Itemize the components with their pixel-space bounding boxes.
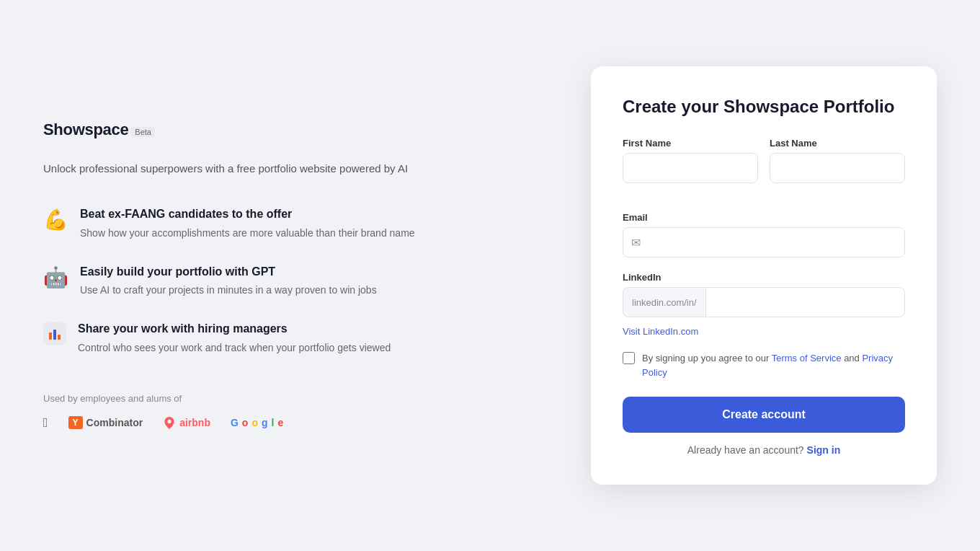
- feature-content-3: Share your work with hiring managers Con…: [78, 321, 391, 355]
- terms-of-service-link[interactable]: Terms of Service: [772, 353, 842, 363]
- form-card: Create your Showspace Portfolio First Na…: [591, 66, 937, 485]
- linkedin-visit-link[interactable]: Visit LinkedIn.com: [623, 326, 905, 337]
- feature-content-2: Easily build your portfolio with GPT Use…: [80, 264, 377, 298]
- terms-label: By signing up you agree to our Terms of …: [642, 351, 905, 379]
- feature-item-2: 🤖 Easily build your portfolio with GPT U…: [43, 264, 548, 298]
- feature-icon-3: [43, 322, 66, 345]
- beta-badge: Beta: [131, 127, 155, 137]
- apple-icon: : [43, 415, 48, 431]
- features-list: 💪 Beat ex-FAANG candidates to the offer …: [43, 206, 548, 355]
- feature-desc-2: Use AI to craft your projects in minutes…: [80, 283, 377, 298]
- logo-area: ShowspaceBeta: [43, 120, 548, 139]
- email-input[interactable]: [623, 227, 905, 257]
- last-name-input[interactable]: [770, 153, 905, 183]
- feature-title-1: Beat ex-FAANG candidates to the offer: [80, 206, 415, 222]
- feature-desc-1: Show how your accomplishments are more v…: [80, 226, 415, 241]
- linkedin-group: LinkedIn linkedin.com/in/ Visit LinkedIn…: [623, 272, 905, 337]
- yc-badge: Y: [68, 416, 83, 429]
- google-logo: Google: [231, 417, 283, 428]
- last-name-label: Last Name: [770, 138, 905, 149]
- last-name-group: Last Name: [770, 138, 905, 198]
- email-icon: ✉: [631, 236, 641, 250]
- linkedin-label: LinkedIn: [623, 272, 905, 283]
- feature-title-3: Share your work with hiring managers: [78, 321, 391, 337]
- signin-link[interactable]: Sign in: [807, 444, 841, 456]
- email-label: Email: [623, 212, 905, 223]
- terms-row: By signing up you agree to our Terms of …: [623, 351, 905, 379]
- linkedin-input[interactable]: [705, 287, 905, 317]
- feature-item-3: Share your work with hiring managers Con…: [43, 321, 548, 355]
- signin-text: Already have an account? Sign in: [623, 444, 905, 456]
- svg-rect-1: [53, 330, 56, 340]
- email-input-wrapper: ✉: [623, 227, 905, 257]
- first-name-label: First Name: [623, 138, 758, 149]
- brand-name: Showspace: [43, 120, 128, 138]
- company-logos:  Y Combinator airbnb Google: [43, 415, 283, 431]
- airbnb-logo: airbnb: [163, 416, 210, 429]
- first-name-input[interactable]: [623, 153, 758, 183]
- create-account-button[interactable]: Create account: [623, 397, 905, 433]
- yc-logo: Y Combinator: [68, 416, 143, 429]
- svg-rect-2: [58, 335, 61, 340]
- terms-checkbox[interactable]: [623, 352, 635, 364]
- feature-item-1: 💪 Beat ex-FAANG candidates to the offer …: [43, 206, 548, 240]
- signin-prompt: Already have an account?: [687, 444, 804, 456]
- linkedin-prefix: linkedin.com/in/: [623, 287, 705, 317]
- feature-title-2: Easily build your portfolio with GPT: [80, 264, 377, 280]
- feature-desc-3: Control who sees your work and track whe…: [78, 340, 391, 356]
- left-panel: ShowspaceBeta Unlock professional superp…: [43, 120, 548, 430]
- social-proof: Used by employees and alums of  Y Combi…: [43, 393, 548, 431]
- linkedin-input-row: linkedin.com/in/: [623, 287, 905, 317]
- feature-icon-1: 💪: [43, 208, 68, 232]
- privacy-policy-link[interactable]: Privacy Policy: [642, 353, 893, 378]
- form-title: Create your Showspace Portfolio: [623, 95, 905, 118]
- first-name-group: First Name: [623, 138, 758, 183]
- apple-logo: : [43, 415, 48, 431]
- feature-icon-2: 🤖: [43, 265, 68, 289]
- right-panel: Create your Showspace Portfolio First Na…: [591, 66, 937, 485]
- name-row: First Name Last Name: [623, 138, 905, 198]
- social-proof-label: Used by employees and alums of: [43, 393, 182, 404]
- email-group: Email ✉: [623, 212, 905, 257]
- svg-rect-0: [49, 332, 52, 340]
- feature-content-1: Beat ex-FAANG candidates to the offer Sh…: [80, 206, 415, 240]
- tagline: Unlock professional superpowers with a f…: [43, 162, 548, 175]
